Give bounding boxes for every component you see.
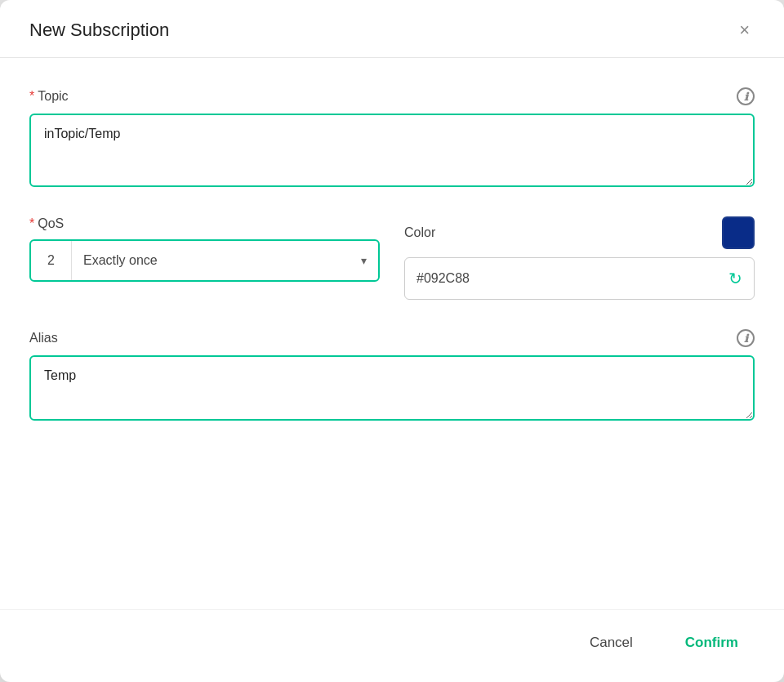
qos-number: 2 — [31, 241, 72, 280]
topic-label-row: * Topic ℹ — [29, 87, 755, 105]
dialog-title: New Subscription — [29, 20, 169, 41]
qos-color-row: * QoS 2 Exactly once ▾ — [29, 216, 755, 300]
qos-column: * QoS 2 Exactly once ▾ — [29, 216, 380, 282]
new-subscription-dialog: New Subscription × * Topic ℹ <span class… — [0, 0, 784, 682]
chevron-down-icon: ▾ — [361, 254, 367, 267]
color-label: Color — [404, 225, 435, 240]
close-button[interactable]: × — [734, 18, 755, 42]
topic-label: * Topic — [29, 89, 69, 104]
dialog-footer: Cancel Confirm — [0, 609, 784, 682]
qos-label: * QoS — [29, 216, 64, 231]
color-input-value: #092C88 — [416, 271, 728, 286]
alias-label-row: Alias ℹ — [29, 329, 755, 347]
color-column: Color #092C88 ↻ — [404, 216, 755, 300]
qos-label-text: QoS — [38, 216, 64, 231]
topic-label-text: Topic — [38, 89, 68, 104]
cancel-button[interactable]: Cancel — [573, 626, 649, 659]
qos-dropdown[interactable]: Exactly once ▾ — [72, 241, 378, 280]
dialog-body: * Topic ℹ <span class="underline-red">in… — [0, 58, 784, 609]
color-swatch[interactable] — [722, 216, 755, 249]
color-label-row: Color — [404, 216, 755, 249]
color-label-text: Color — [404, 225, 435, 240]
alias-field-group: Alias ℹ Temp — [29, 329, 755, 421]
qos-label-row: * QoS — [29, 216, 380, 231]
topic-input[interactable]: <span class="underline-red">inTopic</spa… — [29, 114, 755, 187]
alias-info-icon[interactable]: ℹ — [737, 329, 755, 347]
topic-required-marker: * — [29, 89, 34, 104]
color-input-wrapper: #092C88 ↻ — [404, 257, 755, 300]
alias-label: Alias — [29, 331, 58, 345]
qos-select[interactable]: 2 Exactly once ▾ — [29, 239, 380, 282]
dialog-overlay: New Subscription × * Topic ℹ <span class… — [0, 0, 784, 682]
topic-info-icon[interactable]: ℹ — [737, 87, 755, 105]
alias-label-text: Alias — [29, 331, 58, 345]
dialog-header: New Subscription × — [0, 0, 784, 58]
qos-required-marker: * — [29, 216, 34, 231]
refresh-icon[interactable]: ↻ — [728, 269, 742, 288]
confirm-button[interactable]: Confirm — [669, 626, 755, 659]
alias-input[interactable]: Temp — [29, 355, 755, 421]
topic-field-group: * Topic ℹ <span class="underline-red">in… — [29, 87, 755, 187]
qos-dropdown-text: Exactly once — [83, 253, 158, 268]
